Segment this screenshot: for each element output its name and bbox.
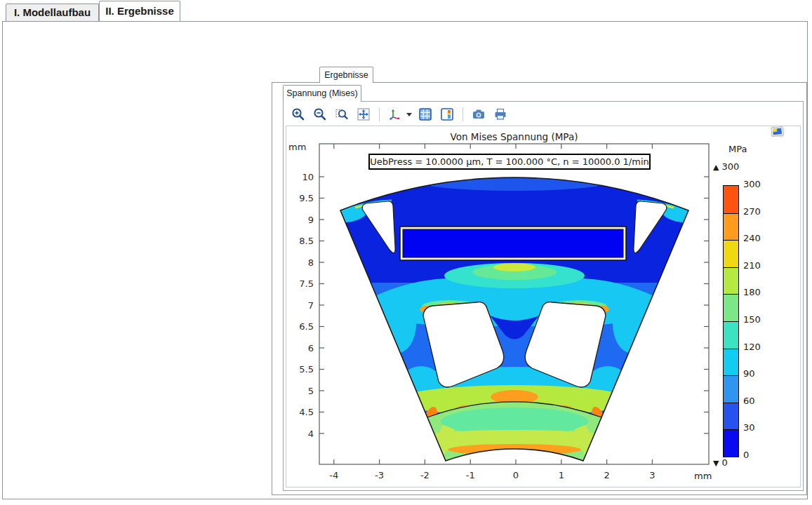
stress-field-art <box>319 144 709 464</box>
tab-ergebnisse[interactable]: II. Ergebnisse <box>99 1 180 21</box>
legend-tick-label: 90 <box>743 368 771 379</box>
legend-band <box>724 375 738 403</box>
svg-text:5.5: 5.5 <box>299 364 314 375</box>
legend-tick-label: 60 <box>743 396 771 406</box>
toolbar-separator <box>379 107 380 121</box>
legend-tick-label: 180 <box>743 287 771 297</box>
graphics-toolbar <box>290 105 795 124</box>
svg-text:4.5: 4.5 <box>299 407 314 417</box>
min-marker-icon: ▼ <box>713 459 719 468</box>
svg-text:8.5: 8.5 <box>299 236 314 246</box>
svg-text:9.5: 9.5 <box>299 193 314 203</box>
legend-unit: MPa <box>728 144 747 154</box>
svg-text:10: 10 <box>302 172 314 182</box>
legend-band <box>724 429 738 457</box>
legend-band <box>724 186 738 213</box>
svg-text:7.5: 7.5 <box>299 278 314 289</box>
legend-band <box>724 240 738 267</box>
default-view-dropdown-icon[interactable] <box>406 113 412 116</box>
legend-tick-label: 30 <box>743 422 771 433</box>
tab-modellaufbau[interactable]: I. Modellaufbau <box>6 4 99 21</box>
show-grid-icon[interactable] <box>417 107 434 122</box>
svg-text:0: 0 <box>513 470 519 480</box>
app-window: I. Modellaufbau II. Ergebnisse i Letzte … <box>0 0 812 505</box>
legend-tick-label: 120 <box>743 342 771 352</box>
legend-min-marker: ▼0 <box>713 457 728 468</box>
x-axis-unit: mm <box>694 471 712 481</box>
zoom-box-icon[interactable] <box>333 107 350 122</box>
svg-text:2: 2 <box>604 470 609 480</box>
magnet-bar <box>400 227 626 260</box>
legend-tick-label: 150 <box>743 314 771 325</box>
tab-spannung-mises[interactable]: Spannung (Mises) <box>283 85 361 102</box>
svg-text:-1: -1 <box>466 470 475 480</box>
plot-annotation: UebPress = 10.0000 µm, T = 100.000 °C, n… <box>368 154 651 170</box>
svg-text:-2: -2 <box>420 470 430 480</box>
legend-colorbar <box>723 185 739 457</box>
svg-text:-4: -4 <box>329 470 338 480</box>
max-marker-icon: ▲ <box>713 163 719 172</box>
legend-min-value: 0 <box>721 457 727 468</box>
print-icon[interactable] <box>492 107 509 122</box>
svg-text:3: 3 <box>649 470 655 480</box>
svg-text:7: 7 <box>308 300 314 311</box>
legend-band <box>724 213 738 241</box>
svg-text:6: 6 <box>308 343 314 354</box>
svg-text:5: 5 <box>308 386 314 396</box>
snapshot-camera-icon[interactable] <box>470 107 487 122</box>
y-axis-unit: mm <box>288 142 306 152</box>
show-legend-icon[interactable] <box>439 107 455 122</box>
legend-band <box>724 294 738 321</box>
legend-tick-label: 240 <box>743 233 771 243</box>
svg-text:-3: -3 <box>375 470 384 480</box>
default-view-icon[interactable] <box>387 107 404 122</box>
legend-band <box>724 267 738 295</box>
legend-tick-label: 0 <box>743 450 771 460</box>
legend-max-marker: ▲300 <box>713 161 739 172</box>
legend-max-value: 300 <box>721 161 739 172</box>
legend-tick-label: 210 <box>743 260 771 271</box>
svg-text:4: 4 <box>308 429 314 439</box>
svg-text:1: 1 <box>559 470 564 480</box>
legend-tick-label: 270 <box>743 206 771 217</box>
svg-text:9: 9 <box>308 215 314 225</box>
zoom-extents-icon[interactable] <box>355 107 372 122</box>
legend-band <box>724 349 738 376</box>
plot-title: Von Mises Spannung (MPa) <box>319 131 709 142</box>
zoom-out-icon[interactable] <box>312 107 328 122</box>
svg-text:8: 8 <box>308 257 314 268</box>
plot-snapshot-thumb-icon[interactable] <box>769 123 786 143</box>
zoom-in-icon[interactable] <box>290 107 307 122</box>
legend-band <box>724 321 738 349</box>
tab-ergebnisse-plot[interactable]: Ergebnisse <box>319 67 373 83</box>
legend-band <box>724 403 738 430</box>
toolbar-separator <box>462 107 463 121</box>
svg-text:6.5: 6.5 <box>299 321 314 332</box>
legend-tick-label: 300 <box>743 179 771 189</box>
